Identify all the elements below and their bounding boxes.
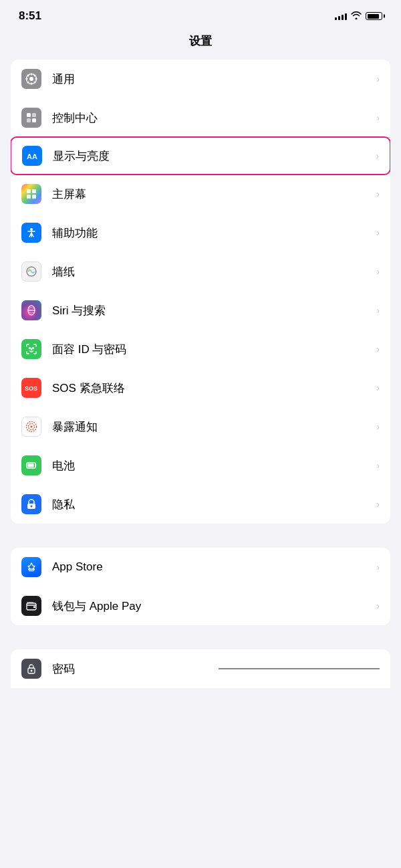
status-icons: [335, 11, 382, 21]
home-screen-chevron: ›: [376, 189, 380, 199]
battery-icon: [366, 12, 382, 20]
status-time: 8:51: [19, 9, 41, 23]
privacy-label: 隐私: [52, 497, 371, 512]
settings-item-siri[interactable]: Siri 与搜索 ›: [11, 291, 390, 330]
settings-item-control-center[interactable]: 控制中心 ›: [11, 98, 390, 137]
battery-settings-icon: [21, 455, 41, 475]
wallet-label: 钱包与 Apple Pay: [52, 599, 371, 614]
sos-label: SOS 紧急联络: [52, 381, 371, 396]
svg-point-11: [30, 228, 33, 231]
password-label: 密码: [52, 661, 213, 677]
settings-section-3-partial: 密码: [11, 649, 390, 688]
faceid-chevron: ›: [376, 344, 380, 354]
accessibility-label: 辅助功能: [52, 225, 371, 241]
svg-rect-4: [27, 118, 31, 122]
general-label: 通用: [52, 72, 371, 87]
svg-rect-10: [32, 195, 36, 199]
exposure-label: 暴露通知: [52, 419, 371, 435]
wallet-icon: [21, 596, 41, 616]
accessibility-icon: [21, 223, 41, 243]
svg-rect-7: [27, 189, 31, 193]
battery-chevron: ›: [376, 460, 380, 471]
svg-point-22: [31, 426, 33, 428]
svg-rect-8: [32, 189, 36, 193]
svg-rect-3: [32, 113, 36, 117]
wallpaper-chevron: ›: [376, 266, 380, 277]
home-screen-label: 主屏幕: [52, 187, 371, 202]
svg-point-13: [29, 269, 31, 271]
home-screen-icon: [21, 184, 41, 204]
settings-item-password[interactable]: 密码: [11, 649, 390, 688]
signal-icon: [335, 12, 347, 20]
password-underline: [219, 668, 380, 669]
appstore-icon: [21, 557, 41, 577]
general-chevron: ›: [376, 74, 380, 84]
settings-item-display[interactable]: AA 显示与亮度 ›: [11, 136, 390, 175]
exposure-icon: [21, 417, 41, 437]
display-chevron: ›: [376, 150, 379, 161]
settings-item-sos[interactable]: SOS SOS 紧急联络 ›: [11, 368, 390, 407]
wallpaper-icon: [21, 261, 41, 282]
faceid-label: 面容 ID 与密码: [52, 342, 371, 357]
settings-item-accessibility[interactable]: 辅助功能 ›: [11, 213, 390, 252]
password-icon: [21, 659, 41, 679]
wallet-chevron: ›: [376, 601, 380, 611]
svg-rect-29: [33, 607, 35, 609]
battery-label: 电池: [52, 458, 371, 473]
svg-point-16: [29, 348, 31, 349]
exposure-chevron: ›: [376, 421, 380, 432]
siri-chevron: ›: [376, 305, 380, 316]
control-center-label: 控制中心: [52, 110, 371, 126]
svg-rect-9: [27, 195, 31, 199]
settings-section-1: 通用 › 控制中心 › AA 显示与亮度 ›: [11, 60, 390, 524]
svg-point-26: [31, 506, 33, 508]
svg-rect-30: [27, 602, 33, 603]
status-bar: 8:51: [0, 0, 401, 28]
settings-item-faceid[interactable]: 面容 ID 与密码 ›: [11, 330, 390, 368]
sos-chevron: ›: [376, 383, 380, 393]
svg-point-1: [30, 78, 33, 81]
svg-text:SOS: SOS: [25, 385, 37, 392]
appstore-label: App Store: [52, 560, 371, 574]
svg-point-32: [31, 670, 33, 672]
settings-item-wallet[interactable]: 钱包与 Apple Pay ›: [11, 586, 390, 625]
appstore-chevron: ›: [376, 562, 380, 572]
siri-label: Siri 与搜索: [52, 303, 371, 318]
svg-rect-2: [27, 113, 31, 117]
siri-icon: [21, 300, 41, 320]
display-icon: AA: [22, 146, 42, 166]
control-center-icon: [21, 108, 41, 128]
settings-item-appstore[interactable]: App Store ›: [11, 548, 390, 586]
page-title-container: 设置: [0, 28, 401, 60]
svg-rect-5: [32, 118, 36, 122]
settings-item-exposure[interactable]: 暴露通知 ›: [11, 407, 390, 446]
general-icon: [21, 69, 41, 89]
svg-text:AA: AA: [27, 152, 37, 160]
settings-item-home-screen[interactable]: 主屏幕 ›: [11, 175, 390, 213]
control-center-chevron: ›: [376, 112, 380, 123]
settings-item-privacy[interactable]: 隐私 ›: [11, 485, 390, 524]
settings-item-battery[interactable]: 电池 ›: [11, 446, 390, 485]
page-title: 设置: [189, 35, 212, 47]
settings-item-general[interactable]: 通用 ›: [11, 60, 390, 98]
sos-icon: SOS: [21, 378, 41, 398]
svg-rect-24: [28, 464, 34, 467]
privacy-chevron: ›: [376, 499, 380, 510]
svg-point-17: [33, 348, 34, 349]
accessibility-chevron: ›: [376, 227, 380, 238]
faceid-icon: [21, 339, 41, 359]
settings-section-2: App Store › 钱包与 Apple Pay ›: [11, 548, 390, 625]
settings-item-wallpaper[interactable]: 墙纸 ›: [11, 252, 390, 291]
wallpaper-label: 墙纸: [52, 264, 371, 280]
wifi-icon: [351, 11, 362, 21]
display-label: 显示与亮度: [53, 148, 370, 164]
privacy-icon: [21, 494, 41, 514]
